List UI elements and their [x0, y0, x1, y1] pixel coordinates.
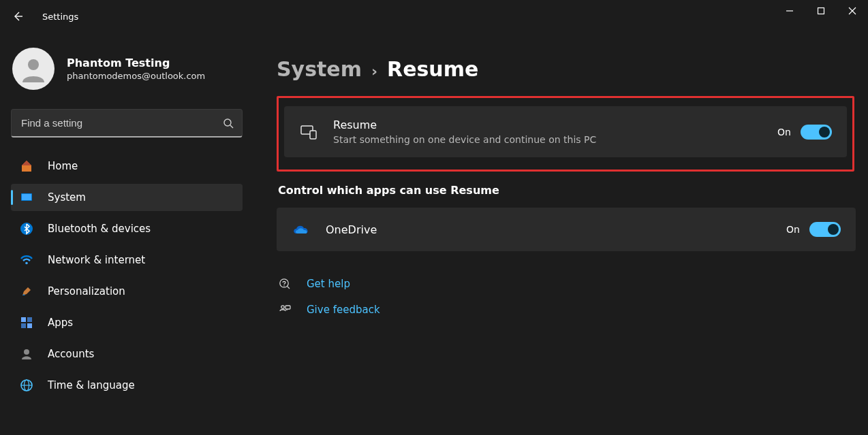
- profile-email: phantomodemos@outlook.com: [67, 71, 205, 81]
- feedback-icon: [278, 303, 292, 317]
- sidebar: Phantom Testing phantomodemos@outlook.co…: [0, 33, 252, 435]
- sidebar-item-label: Personalization: [48, 285, 125, 297]
- resume-toggle-label: On: [777, 127, 791, 138]
- resume-toggle[interactable]: [801, 125, 832, 140]
- sidebar-item-home[interactable]: Home: [11, 152, 243, 180]
- minimize-button[interactable]: [774, 0, 805, 22]
- svg-rect-10: [27, 323, 32, 328]
- globe-clock-icon: [19, 378, 34, 393]
- profile-text: Phantom Testing phantomodemos@outlook.co…: [67, 57, 205, 81]
- maximize-button[interactable]: [805, 0, 837, 22]
- svg-point-1: [28, 59, 39, 70]
- footer-links: Get help Give feedback: [277, 277, 856, 317]
- titlebar-left: Settings: [8, 7, 78, 26]
- main-content: System › Resume Resume Start something o…: [252, 33, 868, 435]
- svg-point-18: [281, 306, 284, 308]
- resume-card: Resume Start something on one device and…: [284, 106, 847, 157]
- profile-block[interactable]: Phantom Testing phantomodemos@outlook.co…: [12, 48, 243, 90]
- svg-point-6: [25, 262, 28, 265]
- avatar: [12, 48, 55, 90]
- sidebar-nav: Home System Bluetooth & devices Network …: [11, 152, 243, 399]
- search-icon: [223, 118, 234, 129]
- sidebar-item-accounts[interactable]: Accounts: [11, 340, 243, 368]
- app-card-text: OneDrive: [326, 223, 771, 236]
- sidebar-item-label: Time & language: [48, 379, 135, 391]
- sidebar-item-apps[interactable]: Apps: [11, 309, 243, 336]
- svg-rect-8: [27, 317, 32, 322]
- maximize-icon: [817, 7, 825, 15]
- window-title: Settings: [42, 12, 78, 22]
- get-help-row: Get help: [278, 277, 856, 291]
- home-icon: [19, 159, 34, 174]
- sidebar-item-label: Network & internet: [48, 254, 145, 266]
- sidebar-item-label: Home: [48, 160, 78, 172]
- onedrive-toggle-group: On: [786, 222, 841, 237]
- svg-point-2: [224, 119, 231, 126]
- svg-rect-7: [21, 317, 26, 322]
- breadcrumb-parent[interactable]: System: [277, 57, 362, 81]
- resume-card-subtitle: Start something on one device and contin…: [333, 134, 762, 145]
- apps-icon: [19, 315, 34, 330]
- search-input[interactable]: [20, 116, 216, 129]
- minimize-icon: [786, 7, 794, 15]
- bluetooth-icon: [19, 221, 34, 236]
- sidebar-item-time-language[interactable]: Time & language: [11, 372, 243, 399]
- search-box[interactable]: [11, 109, 243, 138]
- arrow-left-icon: [12, 11, 23, 22]
- accounts-icon: [19, 347, 34, 361]
- wifi-icon: [19, 253, 34, 268]
- devices-icon: [299, 123, 318, 142]
- profile-name: Phantom Testing: [67, 57, 205, 69]
- back-button[interactable]: [8, 7, 27, 26]
- titlebar: Settings: [0, 0, 868, 33]
- svg-rect-19: [285, 306, 290, 309]
- close-button[interactable]: [837, 0, 868, 22]
- close-icon: [848, 7, 856, 15]
- get-help-link[interactable]: Get help: [307, 278, 350, 290]
- sidebar-item-network[interactable]: Network & internet: [11, 246, 243, 274]
- apps-section-heading: Control which apps can use Resume: [278, 184, 856, 197]
- svg-point-17: [283, 285, 285, 287]
- breadcrumb-current: Resume: [387, 57, 478, 81]
- svg-rect-4: [22, 194, 31, 200]
- person-icon: [18, 54, 48, 84]
- sidebar-item-bluetooth[interactable]: Bluetooth & devices: [11, 215, 243, 242]
- highlight-annotation: Resume Start something on one device and…: [277, 96, 854, 172]
- give-feedback-link[interactable]: Give feedback: [307, 304, 380, 316]
- app-name: OneDrive: [326, 223, 771, 236]
- sidebar-item-label: Apps: [48, 317, 73, 329]
- breadcrumb: System › Resume: [277, 57, 856, 81]
- resume-toggle-group: On: [777, 125, 832, 140]
- onedrive-toggle-label: On: [786, 224, 800, 235]
- svg-rect-9: [21, 323, 26, 328]
- sidebar-item-label: Accounts: [48, 348, 94, 360]
- paintbrush-icon: [19, 284, 34, 299]
- onedrive-icon: [292, 220, 311, 239]
- sidebar-item-system[interactable]: System: [11, 184, 243, 211]
- system-icon: [19, 190, 34, 205]
- svg-point-11: [24, 349, 29, 355]
- resume-card-text: Resume Start something on one device and…: [333, 118, 762, 145]
- help-icon: [278, 277, 292, 291]
- give-feedback-row: Give feedback: [278, 303, 856, 317]
- sidebar-item-label: System: [48, 191, 86, 204]
- sidebar-item-label: Bluetooth & devices: [48, 223, 151, 235]
- svg-rect-15: [310, 131, 316, 139]
- sidebar-item-personalization[interactable]: Personalization: [11, 278, 243, 305]
- onedrive-toggle[interactable]: [809, 222, 841, 237]
- chevron-right-icon: ›: [371, 63, 377, 80]
- window-controls: [774, 0, 868, 33]
- app-card-onedrive: OneDrive On: [277, 208, 856, 251]
- svg-rect-0: [818, 8, 824, 14]
- resume-card-title: Resume: [333, 118, 762, 131]
